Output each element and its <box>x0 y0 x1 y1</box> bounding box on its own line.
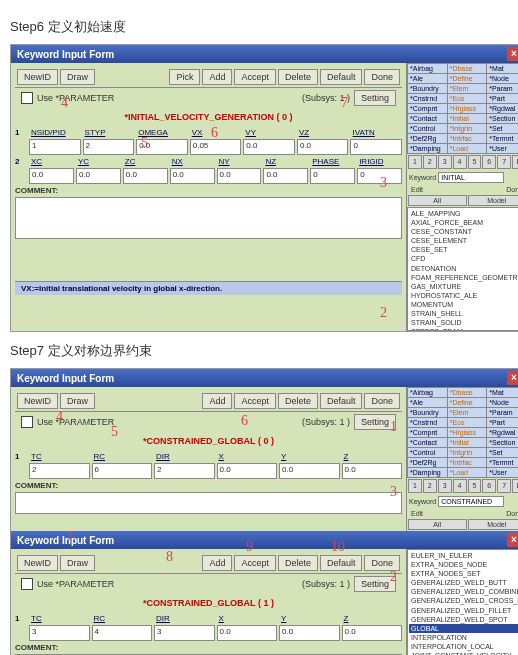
category-button[interactable]: *Eos <box>448 418 487 427</box>
category-button[interactable]: *Section <box>487 438 518 447</box>
category-button[interactable]: *Param <box>487 84 518 93</box>
field-input[interactable]: 0.0 <box>123 168 168 184</box>
keyword-item[interactable]: CESE_SET <box>409 245 518 254</box>
keyword-item[interactable]: DETONATION <box>409 264 518 273</box>
draw-button[interactable]: Draw <box>60 393 95 409</box>
category-button[interactable]: *Boundry <box>408 84 447 93</box>
category-button[interactable]: *Rgdwal <box>487 104 518 113</box>
keyword-item[interactable]: EULER_IN_EULER <box>409 551 518 560</box>
keyword-item[interactable]: MOMENTUM <box>409 300 518 309</box>
page-num-button[interactable]: 1 <box>408 479 422 493</box>
edit-label[interactable]: Edit <box>411 186 423 193</box>
page-num-button[interactable]: 2 <box>423 155 437 169</box>
field-input[interactable]: 0.0 <box>136 139 188 155</box>
default-button[interactable]: Default <box>320 555 363 571</box>
add-button[interactable]: Add <box>202 393 232 409</box>
field-input[interactable]: 2 <box>154 463 215 479</box>
close-icon[interactable]: × <box>507 533 518 547</box>
field-input[interactable]: 0.0 <box>243 139 295 155</box>
setting-button[interactable]: Setting <box>354 90 396 106</box>
close-icon[interactable]: × <box>507 371 518 385</box>
keyword-item[interactable]: GENERALIZED_WELD_COMBINE <box>409 587 518 596</box>
keyword-item[interactable]: STRAIN_SHELL <box>409 309 518 318</box>
field-input[interactable]: 0.0 <box>263 168 308 184</box>
keyword-item[interactable]: AXIAL_FORCE_BEAM <box>409 218 518 227</box>
default-button[interactable]: Default <box>320 393 363 409</box>
category-button[interactable]: *Boundry <box>408 408 447 417</box>
page-num-button[interactable]: 4 <box>453 479 467 493</box>
category-button[interactable]: *Hrglass <box>448 428 487 437</box>
close-icon[interactable]: × <box>507 47 518 61</box>
accept-button[interactable]: Accept <box>234 555 276 571</box>
page-num-button[interactable]: D <box>512 479 518 493</box>
category-button[interactable]: *Intgrtn <box>448 448 487 457</box>
field-input[interactable]: 0.0 <box>342 625 403 641</box>
category-button[interactable]: *Mat <box>487 388 518 397</box>
category-button[interactable]: *Termnt <box>487 134 518 143</box>
keyword-item[interactable]: GLOBAL <box>409 624 518 633</box>
model-button[interactable]: Model <box>468 519 519 530</box>
category-button[interactable]: *Part <box>487 94 518 103</box>
delete-button[interactable]: Delete <box>278 69 318 85</box>
comment-box[interactable] <box>15 197 402 239</box>
category-button[interactable]: *Cnstrnd <box>408 418 447 427</box>
category-button[interactable]: *Control <box>408 448 447 457</box>
delete-button[interactable]: Delete <box>278 555 318 571</box>
newid-button[interactable]: NewID <box>17 555 58 571</box>
page-num-button[interactable]: D <box>512 155 518 169</box>
category-button[interactable]: *User <box>487 144 518 153</box>
category-button[interactable]: *Cnstrnd <box>408 94 447 103</box>
category-button[interactable]: *Initial <box>448 438 487 447</box>
field-input[interactable]: 6 <box>92 463 153 479</box>
category-button[interactable]: *Def2Rg <box>408 458 447 467</box>
category-button[interactable]: *Dbase <box>448 64 487 73</box>
field-input[interactable]: 0 <box>310 168 355 184</box>
field-input[interactable]: 0.0 <box>297 139 349 155</box>
keyword-item[interactable]: EXTRA_NODES_SET <box>409 569 518 578</box>
category-button[interactable]: *Part <box>487 418 518 427</box>
category-button[interactable]: *Elem <box>448 408 487 417</box>
category-button[interactable]: *Node <box>487 74 518 83</box>
param-checkbox[interactable] <box>21 578 33 590</box>
page-num-button[interactable]: 6 <box>482 155 496 169</box>
category-button[interactable]: *Define <box>448 398 487 407</box>
keyword-item[interactable]: INTERPOLATION_LOCAL <box>409 642 518 651</box>
category-button[interactable]: *Eos <box>448 94 487 103</box>
pick-button[interactable]: Pick <box>169 69 200 85</box>
default-button[interactable]: Default <box>320 69 363 85</box>
keyword-item[interactable]: STRAIN_SOLID <box>409 318 518 327</box>
keyword-search[interactable] <box>438 172 504 183</box>
category-button[interactable]: *Contact <box>408 438 447 447</box>
page-num-button[interactable]: 7 <box>497 479 511 493</box>
category-button[interactable]: *Damping <box>408 144 447 153</box>
keyword-item[interactable]: GENERALIZED_WELD_FILLET <box>409 606 518 615</box>
field-input[interactable]: 0.0 <box>170 168 215 184</box>
field-input[interactable]: 0.0 <box>29 168 74 184</box>
keyword-item[interactable]: JOINT_CONSTANT_VELOCITY <box>409 651 518 655</box>
page-num-button[interactable]: 2 <box>423 479 437 493</box>
field-input[interactable]: 0.0 <box>217 625 278 641</box>
category-button[interactable]: *Def2Rg <box>408 134 447 143</box>
delete-button[interactable]: Delete <box>278 393 318 409</box>
accept-button[interactable]: Accept <box>234 393 276 409</box>
field-input[interactable]: 0.0 <box>279 625 340 641</box>
field-input[interactable]: 3 <box>154 625 215 641</box>
category-button[interactable]: *Ale <box>408 74 447 83</box>
category-button[interactable]: *Termnt <box>487 458 518 467</box>
category-button[interactable]: *Control <box>408 124 447 133</box>
category-button[interactable]: *Mat <box>487 64 518 73</box>
category-button[interactable]: *Param <box>487 408 518 417</box>
done-label[interactable]: Done <box>506 186 518 193</box>
keyword-list[interactable]: ALE_MAPPINGAXIAL_FORCE_BEAMCESE_CONSTANT… <box>407 207 518 331</box>
done-button[interactable]: Done <box>364 393 400 409</box>
category-button[interactable]: *Elem <box>448 84 487 93</box>
newid-button[interactable]: NewID <box>17 393 58 409</box>
keyword-item[interactable]: INTERPOLATION <box>409 633 518 642</box>
field-input[interactable]: 0.0 <box>76 168 121 184</box>
param-checkbox[interactable] <box>21 416 33 428</box>
done-label[interactable]: Done <box>506 510 518 517</box>
category-button[interactable]: *Airbag <box>408 64 447 73</box>
category-button[interactable]: *Set <box>487 448 518 457</box>
keyword-item[interactable]: GAS_MIXTURE <box>409 282 518 291</box>
edit-label[interactable]: Edit <box>411 510 423 517</box>
